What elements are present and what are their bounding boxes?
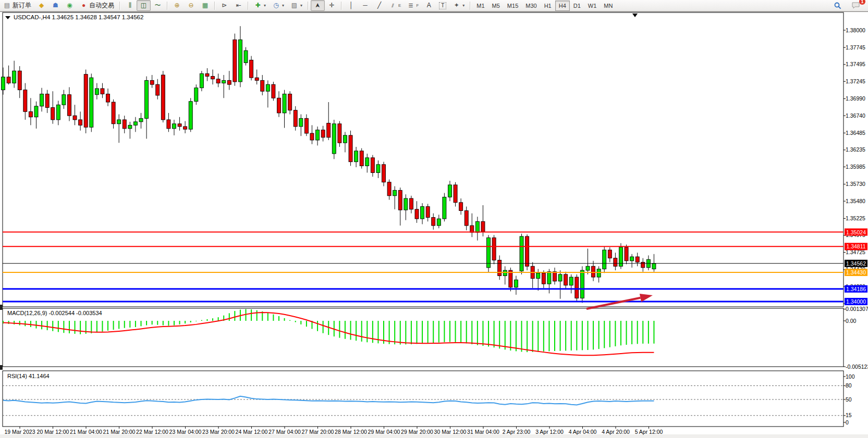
price-axis-label: 1.37245 <box>846 78 865 84</box>
timeframe-button-mn[interactable]: MN <box>600 1 616 11</box>
text-tool-button[interactable]: A <box>422 0 436 11</box>
price-axis-label: 1.37745 <box>846 44 865 51</box>
fibonacci-tool-button[interactable]: ☰F <box>404 0 422 11</box>
timeframe-group: M1M5M15M30H1H4D1W1MN <box>473 0 616 11</box>
candle <box>272 82 275 101</box>
fibo-tag: F <box>416 3 419 8</box>
timeframe-button-h4[interactable]: H4 <box>555 1 570 11</box>
svg-text:1.34562: 1.34562 <box>846 260 866 267</box>
svg-text:1.34000: 1.34000 <box>846 298 866 305</box>
clock-icon: ◷ <box>272 2 280 9</box>
auto-trading-button[interactable]: ● 自动交易 <box>77 0 117 11</box>
timeframe-button-h1[interactable]: H1 <box>541 1 555 11</box>
main-chart-panel[interactable] <box>3 12 843 307</box>
date-axis-label: 2 Apr 23:00 <box>503 429 531 435</box>
toolbar-separator <box>119 2 120 10</box>
bar-chart-icon: ⫼ <box>126 2 133 9</box>
indicators-button[interactable]: ✚▾ <box>251 0 269 11</box>
vertical-line-icon: │ <box>347 2 355 9</box>
candle <box>84 70 88 133</box>
rsi-axis-label: 50 <box>846 396 852 403</box>
timeframe-button-m5[interactable]: M5 <box>488 1 504 11</box>
candle <box>443 193 446 222</box>
new-order-button[interactable]: ▤ 新订单 <box>0 0 34 11</box>
timeframe-button-m1[interactable]: M1 <box>473 1 488 11</box>
svg-text:1.34430: 1.34430 <box>846 269 866 276</box>
price-axis-label: 1.37495 <box>846 61 865 67</box>
price-axis-label: 1.35985 <box>846 164 865 170</box>
zoom-in-icon: ⊕ <box>173 2 181 9</box>
chevron-down-icon: ▾ <box>282 3 284 8</box>
hline-tool-button[interactable]: ─ <box>358 0 372 11</box>
rsi-axis-label: 80 <box>846 382 852 389</box>
fibonacci-icon: ☰ <box>407 2 414 9</box>
candle <box>332 120 336 159</box>
cursor-tool-button[interactable]: ➤ <box>311 0 325 11</box>
channel-tool-button[interactable]: ⫽E <box>386 0 404 11</box>
price-axis-label: 1.36235 <box>846 146 865 153</box>
candle <box>487 235 491 272</box>
vline-tool-button[interactable]: │ <box>344 0 358 11</box>
candlestick-icon: ◫ <box>140 2 148 9</box>
date-axis-label: 24 Mar 12:00 <box>236 429 268 435</box>
channel-tag: E <box>398 3 401 8</box>
candle <box>360 148 363 169</box>
notifications-button[interactable]: 1 <box>849 0 863 11</box>
chart-shift-button[interactable]: ⇤ <box>231 0 246 11</box>
date-axis-label: 21 Mar 04:00 <box>70 429 102 435</box>
candle <box>349 131 352 166</box>
candle-chart-mode-button[interactable]: ◫ <box>137 0 151 11</box>
date-axis-label: 22 Mar 12:00 <box>136 429 168 435</box>
date-axis-label: 31 Mar 04:00 <box>467 429 499 435</box>
date-axis-label: 20 Mar 12:00 <box>37 429 69 435</box>
search-icon <box>834 2 841 9</box>
candle <box>520 234 523 274</box>
price-chart[interactable]: 1.380001.377451.374951.372451.369901.367… <box>0 12 868 438</box>
line-chart-mode-button[interactable]: 〜 <box>151 0 165 11</box>
date-axis-label: 5 Apr 12:00 <box>635 429 663 435</box>
panel-resize-grip[interactable] <box>0 305 3 310</box>
panel-resize-grip[interactable] <box>0 365 3 370</box>
notification-count-badge: 1 <box>859 0 865 5</box>
svg-text:1.35024: 1.35024 <box>846 229 866 235</box>
date-axis-label: 4 Apr 04:00 <box>569 429 597 435</box>
crosshair-tool-button[interactable]: ✛ <box>325 0 339 11</box>
text-label-tool-button[interactable]: T <box>436 0 449 11</box>
rsi-panel[interactable] <box>3 371 843 427</box>
auto-scroll-icon: ⊳ <box>221 2 228 9</box>
trendline-tool-button[interactable]: ╱ <box>372 0 386 11</box>
bottom-strip <box>0 434 868 438</box>
zoom-out-button[interactable]: ⊖ <box>184 0 198 11</box>
signals-icon: ◉ <box>66 2 74 9</box>
tile-windows-button[interactable]: ▦ <box>198 0 212 11</box>
timeframe-button-m30[interactable]: M30 <box>522 1 540 11</box>
macd-axis-label: 0.00 <box>846 318 857 324</box>
candle <box>525 234 529 270</box>
horizontal-line-icon: ─ <box>361 2 369 9</box>
bar-chart-mode-button[interactable]: ⫼ <box>123 0 137 11</box>
profile-button[interactable]: ◆ <box>34 0 48 11</box>
timeframe-button-w1[interactable]: W1 <box>584 1 601 11</box>
template-button[interactable]: ▨▾ <box>287 0 305 11</box>
auto-scroll-button[interactable]: ⊳ <box>217 0 231 11</box>
market-watch-button[interactable]: ☗ <box>48 0 63 11</box>
tile-windows-icon: ▦ <box>201 2 209 9</box>
text-icon: A <box>425 2 433 9</box>
candle <box>619 243 622 269</box>
toolbar-separator <box>248 2 249 10</box>
macd-axis-label: -0.005123 <box>846 364 868 370</box>
price-badge: 1.35024 <box>845 229 867 236</box>
signals-button[interactable]: ◉ <box>63 0 77 11</box>
trendline-icon: ╱ <box>375 2 383 9</box>
cursor-icon: ➤ <box>314 2 322 9</box>
svg-text:1.34186: 1.34186 <box>846 286 866 292</box>
new-order-icon: ▤ <box>3 2 11 9</box>
macd-panel[interactable] <box>3 308 843 367</box>
zoom-in-button[interactable]: ⊕ <box>170 0 184 11</box>
chevron-down-icon: ▾ <box>264 3 266 8</box>
shapes-tool-button[interactable]: ✦▾ <box>449 0 468 11</box>
timeframe-button-m15[interactable]: M15 <box>504 1 522 11</box>
search-button[interactable] <box>831 0 845 11</box>
period-button[interactable]: ◷▾ <box>269 0 287 11</box>
timeframe-button-d1[interactable]: D1 <box>570 1 584 11</box>
